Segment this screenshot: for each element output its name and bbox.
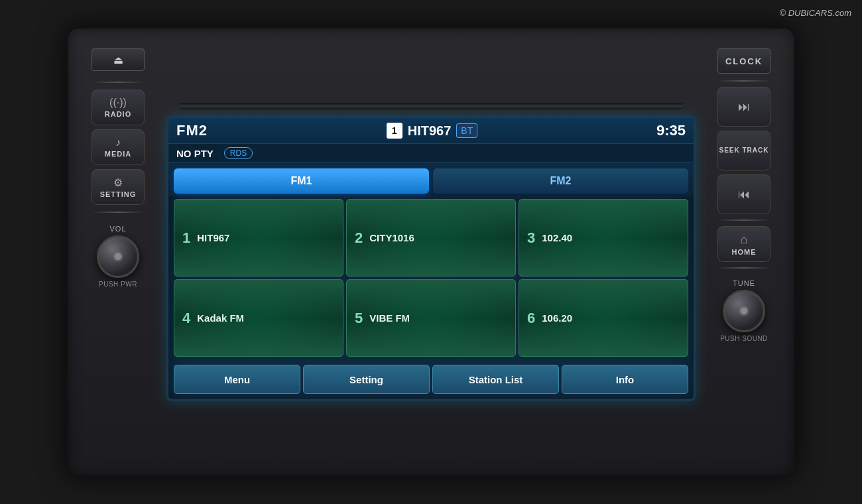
preset-num-5: 5 <box>355 310 363 327</box>
seek-track-button[interactable]: SEEK TRACK <box>717 131 770 170</box>
right-separator-bottom <box>717 267 770 269</box>
preset-name-1: HIT967 <box>197 232 229 243</box>
radio-button[interactable]: ((·)) RADIO <box>92 90 145 125</box>
seek-track-label: SEEK TRACK <box>719 147 769 155</box>
seek-next-button[interactable]: ⏭ <box>717 87 770 127</box>
mode-label: FM2 <box>176 122 208 139</box>
preset-6[interactable]: 6 106.20 <box>519 279 688 357</box>
preset-name-6: 106.20 <box>542 312 572 324</box>
right-separator-top <box>717 80 770 82</box>
eject-icon: ⏏ <box>113 54 123 66</box>
vol-knob-area: VOL PUSH PWR <box>97 225 139 288</box>
push-sound-label: PUSH SOUND <box>720 335 768 342</box>
media-label: MEDIA <box>105 150 131 158</box>
menu-button[interactable]: Menu <box>174 365 300 394</box>
seek-prev-button[interactable]: ⏮ <box>717 174 770 214</box>
tune-knob-area: TUNE PUSH SOUND <box>720 279 768 342</box>
setting-button[interactable]: ⚙ SETTING <box>92 169 145 205</box>
radio-icon: ((·)) <box>109 97 127 109</box>
preset-2[interactable]: 2 CITY1016 <box>346 199 516 277</box>
home-icon: ⌂ <box>741 233 748 247</box>
center-area: FM2 1 HIT967 BT 9:35 NO PTY RDS FM1 FM2 <box>161 42 701 462</box>
bottom-buttons: Menu Setting Station List Info <box>168 362 694 399</box>
next-track-icon: ⏭ <box>738 100 750 114</box>
right-separator-middle <box>717 220 770 221</box>
left-separator-bottom <box>92 212 145 213</box>
preset-3[interactable]: 3 102.40 <box>519 199 688 277</box>
eject-button[interactable]: ⏏ <box>92 48 145 71</box>
preset-badge: 1 <box>387 123 402 139</box>
setting-label: SETTING <box>100 190 137 198</box>
right-panel: CLOCK ⏭ SEEK TRACK ⏮ ⌂ HOME TUNE PUSH SO… <box>701 42 787 462</box>
station-list-button[interactable]: Station List <box>432 365 559 394</box>
info-button[interactable]: Info <box>562 365 688 394</box>
pty-row: NO PTY RDS <box>168 144 694 163</box>
radio-label: RADIO <box>105 110 131 118</box>
tune-label: TUNE <box>733 279 755 287</box>
vol-knob[interactable] <box>97 235 139 278</box>
preset-5[interactable]: 5 VIBE FM <box>346 279 516 357</box>
preset-name-2: CITY1016 <box>369 232 414 243</box>
cd-slot <box>180 103 682 109</box>
preset-num-4: 4 <box>182 310 190 327</box>
tab-row: FM1 FM2 <box>168 163 694 196</box>
preset-num-2: 2 <box>355 229 363 247</box>
setting-screen-button[interactable]: Setting <box>303 365 430 394</box>
preset-4[interactable]: 4 Kadak FM <box>174 279 343 357</box>
pty-text: NO PTY <box>176 148 214 159</box>
left-panel: ⏏ ((·)) RADIO ♪ MEDIA ⚙ SETTING VOL PUSH… <box>75 42 161 462</box>
preset-grid: 1 HIT967 2 CITY1016 3 102.40 4 Kadak FM … <box>168 196 694 362</box>
media-button[interactable]: ♪ MEDIA <box>92 129 145 165</box>
bluetooth-icon: BT <box>456 123 477 138</box>
preset-name-5: VIBE FM <box>369 312 410 324</box>
setting-icon: ⚙ <box>113 176 123 189</box>
station-info: 1 HIT967 BT <box>387 123 477 139</box>
tune-knob[interactable] <box>723 290 765 332</box>
home-label: HOME <box>732 248 757 256</box>
car-stereo-unit: ⏏ ((·)) RADIO ♪ MEDIA ⚙ SETTING VOL PUSH… <box>66 27 796 477</box>
left-separator-top <box>92 82 145 83</box>
station-name: HIT967 <box>408 123 452 139</box>
watermark: © DUBICARS.com <box>779 8 851 18</box>
media-icon: ♪ <box>115 137 121 149</box>
tab-fm1[interactable]: FM1 <box>174 168 429 194</box>
preset-num-6: 6 <box>527 310 535 327</box>
preset-name-3: 102.40 <box>542 232 572 243</box>
knob-inner <box>115 253 121 260</box>
screen: FM2 1 HIT967 BT 9:35 NO PTY RDS FM1 FM2 <box>166 116 696 401</box>
home-button[interactable]: ⌂ HOME <box>717 226 770 262</box>
preset-1[interactable]: 1 HIT967 <box>174 199 343 277</box>
rds-badge: RDS <box>224 147 253 159</box>
push-pwr-label: PUSH PWR <box>99 281 137 288</box>
time-display: 9:35 <box>656 122 686 139</box>
tab-fm2[interactable]: FM2 <box>433 168 688 194</box>
tune-knob-inner <box>741 308 747 314</box>
preset-name-4: Kadak FM <box>197 312 244 324</box>
preset-num-1: 1 <box>182 229 190 247</box>
screen-topbar: FM2 1 HIT967 BT 9:35 <box>168 118 694 144</box>
preset-num-3: 3 <box>527 229 535 247</box>
prev-track-icon: ⏮ <box>738 188 750 202</box>
vol-label: VOL <box>109 225 126 233</box>
clock-button[interactable]: CLOCK <box>717 48 770 74</box>
